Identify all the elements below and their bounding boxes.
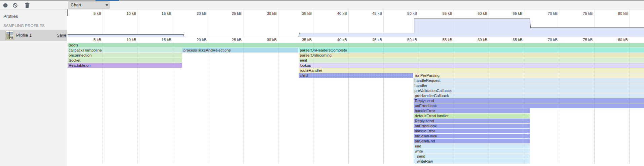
svg-text:%: % <box>10 36 13 40</box>
